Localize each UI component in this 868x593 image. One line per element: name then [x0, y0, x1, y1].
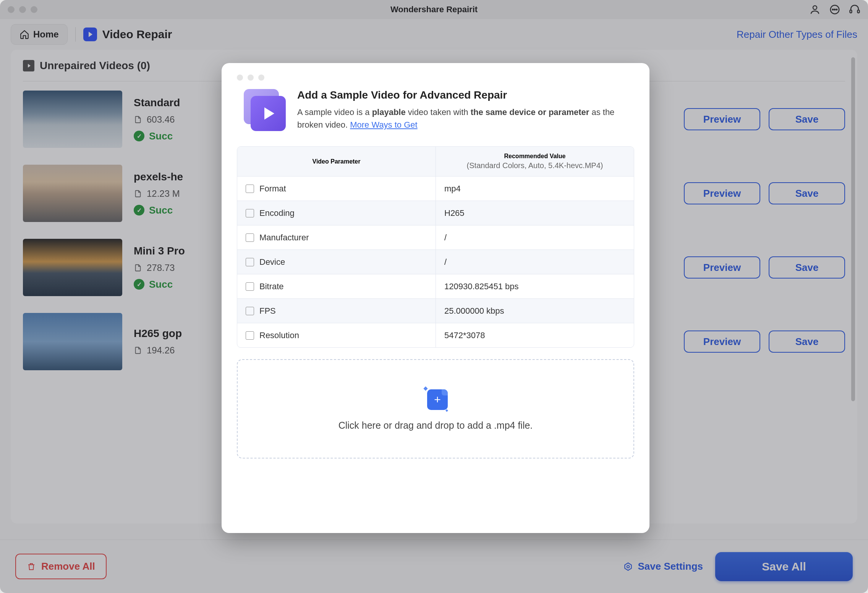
app-window: Wondershare Repairit Home Video Repair R…	[0, 0, 868, 593]
device-icon	[246, 258, 254, 266]
modal-title: Add a Sample Video for Advanced Repair	[297, 89, 634, 101]
modal-minimize-icon[interactable]	[248, 75, 254, 81]
modal-close-icon[interactable]	[237, 75, 243, 81]
col-header-value: Recommended Value (Standard Colors, Auto…	[436, 147, 634, 176]
bitrate-icon	[246, 282, 254, 291]
more-ways-link[interactable]: More Ways to Get	[350, 120, 417, 130]
sample-video-icon	[244, 89, 286, 131]
table-row: FPS 25.000000 kbps	[237, 298, 634, 323]
table-row: Resolution 5472*3078	[237, 323, 634, 347]
dropzone-label: Click here or drag and drop to add a .mp…	[338, 420, 533, 431]
parameter-table: Video Parameter Recommended Value (Stand…	[237, 146, 634, 348]
modal-traffic-lights	[237, 75, 634, 81]
advanced-repair-modal: Add a Sample Video for Advanced Repair A…	[222, 63, 649, 533]
param-value: H265	[436, 201, 634, 225]
add-file-icon: +	[423, 387, 448, 412]
param-label: Encoding	[259, 208, 295, 218]
table-header: Video Parameter Recommended Value (Stand…	[237, 147, 634, 176]
table-row: Format mp4	[237, 176, 634, 201]
param-label: Resolution	[259, 331, 299, 340]
param-label: Bitrate	[259, 282, 284, 292]
resolution-icon	[246, 331, 254, 340]
table-row: Device /	[237, 250, 634, 274]
param-label: Format	[259, 184, 286, 194]
modal-description: A sample video is a playable video taken…	[297, 106, 634, 131]
param-value: mp4	[436, 177, 634, 201]
table-row: Encoding H265	[237, 201, 634, 225]
table-row: Manufacturer /	[237, 225, 634, 250]
param-value: 5472*3078	[436, 323, 634, 347]
modal-maximize-icon[interactable]	[258, 75, 264, 81]
param-label: FPS	[259, 306, 276, 316]
param-label: Device	[259, 257, 285, 267]
encoding-icon	[246, 209, 254, 217]
dropzone[interactable]: + Click here or drag and drop to add a .…	[237, 359, 634, 459]
fps-icon	[246, 307, 254, 315]
param-value: 120930.825451 bps	[436, 274, 634, 298]
manufacturer-icon	[246, 233, 254, 242]
col-header-parameter: Video Parameter	[237, 147, 436, 176]
format-icon	[246, 185, 254, 193]
table-row: Bitrate 120930.825451 bps	[237, 274, 634, 298]
param-label: Manufacturer	[259, 233, 309, 243]
param-value: /	[436, 225, 634, 250]
param-value: 25.000000 kbps	[436, 299, 634, 323]
modal-header: Add a Sample Video for Advanced Repair A…	[237, 85, 634, 139]
param-value: /	[436, 250, 634, 274]
